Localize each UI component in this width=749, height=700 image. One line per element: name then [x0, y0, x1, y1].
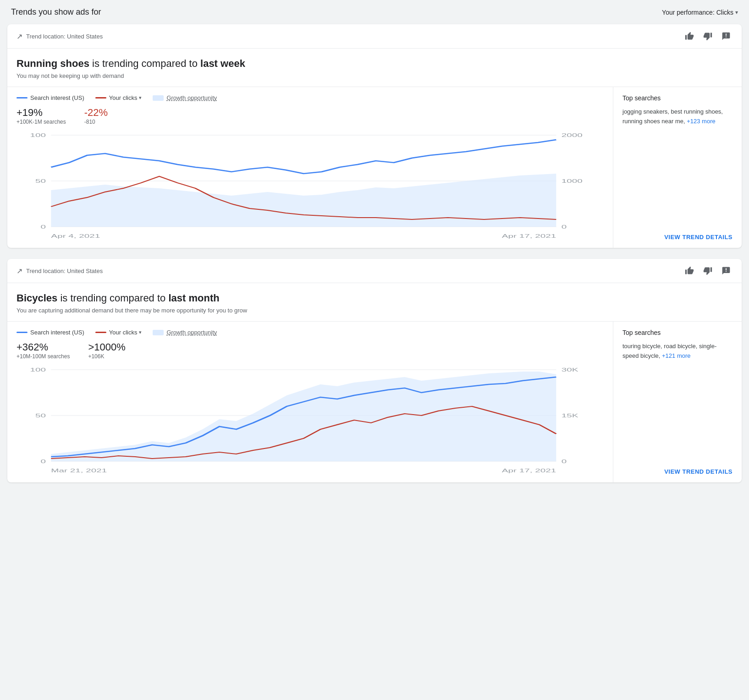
trend-location: ↗ Trend location: United States: [17, 267, 103, 275]
search-interest-label: Search interest (US): [30, 94, 84, 101]
trend-location: ↗ Trend location: United States: [17, 32, 103, 41]
svg-text:1000: 1000: [562, 178, 583, 184]
area-indicator: [153, 95, 164, 101]
thumbs-down-button[interactable]: [701, 30, 714, 43]
legend-growth-opportunity: Growth opportunity: [153, 329, 217, 336]
top-searches-title: Top searches: [622, 329, 732, 336]
svg-text:Apr 17, 2021: Apr 17, 2021: [502, 233, 556, 239]
top-searches-content: Top searchestouring bicycle, road bicycl…: [622, 329, 732, 361]
svg-text:Mar 21, 2021: Mar 21, 2021: [51, 468, 107, 474]
thumbs-down-button[interactable]: [701, 264, 714, 277]
metric-value: -22%: [84, 107, 108, 119]
card-body: Search interest (US) Your clicks ▾ Growt…: [7, 87, 742, 248]
legend-search-interest: Search interest (US): [17, 329, 84, 336]
trending-icon: ↗: [17, 32, 22, 41]
metrics-row: +362%+10M-100M searches>1000%+106K: [17, 341, 604, 360]
growth-opportunity-label: Growth opportunity: [166, 94, 217, 101]
growth-opportunity-label: Growth opportunity: [166, 329, 217, 336]
metric-value: >1000%: [88, 341, 125, 353]
more-searches-link[interactable]: +123 more: [687, 118, 716, 125]
clicks-metric: >1000%+106K: [88, 341, 125, 360]
metric-sub: -810: [84, 119, 108, 125]
chevron-down-icon: ▾: [735, 9, 738, 16]
clicks-dropdown-icon[interactable]: ▾: [139, 95, 142, 101]
thumbs-up-button[interactable]: [683, 30, 696, 43]
svg-text:0: 0: [562, 224, 567, 230]
svg-text:50: 50: [35, 413, 46, 419]
performance-label: Your performance: Clicks: [662, 9, 733, 16]
page-title: Trends you show ads for: [11, 7, 101, 17]
card-subtitle: You are capturing additional demand but …: [7, 307, 742, 321]
blue-line-indicator: [17, 332, 28, 333]
headline-period: last week: [200, 58, 245, 69]
view-trend-details-link[interactable]: VIEW TREND DETAILS: [622, 226, 732, 241]
card-body: Search interest (US) Your clicks ▾ Growt…: [7, 321, 742, 482]
top-searches-sidebar: Top searchestouring bicycle, road bicycl…: [613, 322, 742, 482]
your-clicks-label: Your clicks: [109, 94, 138, 101]
search-interest-metric: +19%+100K-1M searches: [17, 107, 66, 125]
svg-text:Apr 17, 2021: Apr 17, 2021: [502, 468, 556, 474]
svg-text:100: 100: [30, 367, 46, 373]
card-actions: [683, 30, 732, 43]
feedback-button[interactable]: [720, 264, 732, 277]
svg-text:0: 0: [41, 459, 46, 465]
chart-legend: Search interest (US) Your clicks ▾ Growt…: [17, 94, 604, 101]
metric-sub: +106K: [88, 353, 125, 360]
metric-value: +362%: [17, 341, 70, 353]
red-line-indicator: [95, 97, 106, 98]
chart-container: 10050030K15K0Mar 21, 2021Apr 17, 2021: [17, 365, 604, 475]
top-searches-sidebar: Top searchesjogging sneakers, best runni…: [613, 87, 742, 248]
card-top-bar: ↗ Trend location: United States: [7, 259, 742, 283]
card-actions: [683, 264, 732, 277]
clicks-metric: -22%-810: [84, 107, 108, 125]
svg-text:100: 100: [30, 132, 46, 138]
clicks-dropdown-icon[interactable]: ▾: [139, 329, 142, 335]
svg-text:15K: 15K: [562, 413, 578, 419]
headline-keyword: Bicycles: [17, 292, 57, 304]
svg-text:50: 50: [35, 178, 46, 184]
svg-text:0: 0: [562, 459, 567, 465]
trend-card-running-shoes: ↗ Trend location: United States Running …: [7, 24, 742, 248]
card-headline: Bicycles is trending compared to last mo…: [7, 283, 742, 307]
chart-section: Search interest (US) Your clicks ▾ Growt…: [7, 87, 613, 248]
trend-card-bicycles: ↗ Trend location: United States Bicycles…: [7, 259, 742, 482]
card-top-bar: ↗ Trend location: United States: [7, 24, 742, 49]
metric-sub: +10M-100M searches: [17, 353, 70, 360]
headline-keyword: Running shoes: [17, 58, 89, 69]
headline-period: last month: [168, 292, 219, 304]
svg-text:30K: 30K: [562, 367, 578, 373]
chart-container: 100500200010000Apr 4, 2021Apr 17, 2021: [17, 131, 604, 241]
svg-text:2000: 2000: [562, 132, 583, 138]
legend-growth-opportunity: Growth opportunity: [153, 94, 217, 101]
search-interest-label: Search interest (US): [30, 329, 84, 336]
chart-section: Search interest (US) Your clicks ▾ Growt…: [7, 322, 613, 482]
legend-your-clicks: Your clicks ▾: [95, 329, 142, 336]
thumbs-up-button[interactable]: [683, 264, 696, 277]
legend-search-interest: Search interest (US): [17, 94, 84, 101]
top-searches-content: Top searchesjogging sneakers, best runni…: [622, 94, 732, 126]
svg-text:0: 0: [41, 224, 46, 230]
metrics-row: +19%+100K-1M searches-22%-810: [17, 107, 604, 125]
feedback-button[interactable]: [720, 30, 732, 43]
your-clicks-label: Your clicks: [109, 329, 138, 336]
search-interest-metric: +362%+10M-100M searches: [17, 341, 70, 360]
card-headline: Running shoes is trending compared to la…: [7, 49, 742, 72]
chart-legend: Search interest (US) Your clicks ▾ Growt…: [17, 329, 604, 336]
top-searches-title: Top searches: [622, 94, 732, 102]
view-trend-details-link[interactable]: VIEW TREND DETAILS: [622, 461, 732, 475]
area-indicator: [153, 330, 164, 335]
metric-sub: +100K-1M searches: [17, 119, 66, 125]
more-searches-link[interactable]: +121 more: [662, 352, 691, 359]
metric-value: +19%: [17, 107, 66, 119]
trend-location-text: Trend location: United States: [26, 33, 103, 40]
legend-your-clicks: Your clicks ▾: [95, 94, 142, 101]
red-line-indicator: [95, 332, 106, 333]
trend-location-text: Trend location: United States: [26, 268, 103, 274]
page-header: Trends you show ads for Your performance…: [0, 0, 749, 24]
trending-icon: ↗: [17, 267, 22, 275]
top-searches-text: touring bicycle, road bicycle, single-sp…: [622, 342, 732, 361]
svg-text:Apr 4, 2021: Apr 4, 2021: [51, 233, 100, 239]
card-subtitle: You may not be keeping up with demand: [7, 72, 742, 87]
top-searches-text: jogging sneakers, best running shoes, ru…: [622, 107, 732, 126]
performance-dropdown[interactable]: Your performance: Clicks ▾: [662, 9, 738, 16]
